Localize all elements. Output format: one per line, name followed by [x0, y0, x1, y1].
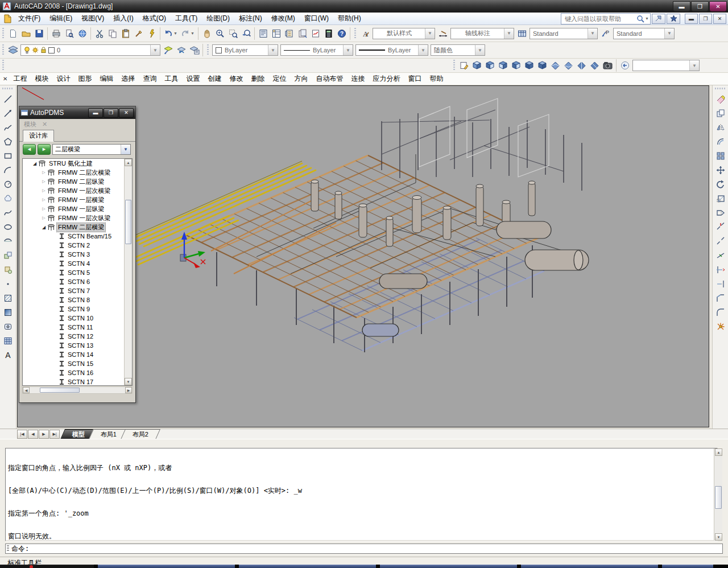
- layer-freeze-sun-icon[interactable]: [32, 47, 39, 53]
- tree-item[interactable]: SCTN 16: [23, 368, 132, 377]
- gradient-icon[interactable]: [2, 306, 15, 319]
- expander-icon[interactable]: ▷: [41, 197, 47, 202]
- menu-view[interactable]: 视图(V): [77, 13, 109, 24]
- plot-style-combo[interactable]: 随颜色▼: [431, 44, 485, 56]
- text-style-icon[interactable]: A: [358, 27, 371, 40]
- chevron-down-icon[interactable]: ▼: [418, 45, 428, 55]
- window-minimize-button[interactable]: ▬: [673, 1, 690, 12]
- layer-on-bulb-icon[interactable]: [24, 47, 30, 53]
- expander-icon[interactable]: ▷: [41, 170, 47, 175]
- tree-item[interactable]: SCTN 7: [23, 286, 132, 295]
- fillet-icon[interactable]: [714, 306, 727, 319]
- rectangle-icon[interactable]: [2, 149, 15, 162]
- scroll-right-icon[interactable]: ▶: [125, 387, 132, 393]
- menu-format[interactable]: 格式(O): [138, 13, 171, 24]
- palette-maximize-button[interactable]: ❐: [104, 108, 118, 118]
- scroll-up-icon[interactable]: ▲: [715, 448, 722, 456]
- tree-item[interactable]: ▷FRMW 二层次横梁: [23, 168, 132, 177]
- taskbar-button[interactable]: [380, 565, 517, 568]
- tree-item[interactable]: SCTN 17: [23, 377, 132, 386]
- pdms-menu-module[interactable]: 模块: [31, 73, 52, 85]
- tree-item[interactable]: SCTN 15: [23, 359, 132, 368]
- tree-item[interactable]: SCTN 10: [23, 314, 132, 323]
- pdms-menu-design[interactable]: 设计: [52, 73, 74, 85]
- dim-style-combo[interactable]: 轴线标注▼: [450, 28, 514, 39]
- scroll-thumb[interactable]: [125, 200, 131, 244]
- menu-tools[interactable]: 工具(T): [171, 13, 202, 24]
- window-restore-button[interactable]: ❐: [691, 1, 709, 12]
- copy-object-icon[interactable]: [714, 106, 727, 120]
- top-view-icon[interactable]: [470, 59, 483, 72]
- tree-item-selected[interactable]: ◢FRMW 二层横梁: [23, 223, 132, 232]
- tree-item[interactable]: ▷FRMW 一层次横梁: [23, 186, 132, 195]
- menu-dimension[interactable]: 标注(N): [234, 13, 267, 24]
- plot-icon[interactable]: [49, 27, 63, 40]
- help-icon[interactable]: ?: [335, 27, 348, 40]
- chamfer-icon[interactable]: [714, 291, 727, 304]
- tree-item[interactable]: SCTN 14: [23, 350, 132, 359]
- menu-modify[interactable]: 修改(M): [267, 13, 300, 24]
- command-input-line[interactable]: 命令:: [5, 544, 723, 554]
- rotate-icon[interactable]: [714, 178, 727, 191]
- tree-item[interactable]: SCTN 13: [23, 341, 132, 350]
- menu-edit[interactable]: 编辑(E): [45, 13, 77, 24]
- line-icon[interactable]: [2, 92, 15, 105]
- spline-icon[interactable]: [2, 206, 15, 219]
- pdms-menu-orientation[interactable]: 方向: [290, 73, 312, 85]
- camera-icon[interactable]: [601, 59, 614, 72]
- revision-cloud-icon[interactable]: [2, 192, 15, 205]
- menu-draw[interactable]: 绘图(D): [202, 13, 234, 24]
- help-search-input[interactable]: [564, 14, 635, 24]
- expander-icon[interactable]: ◢: [32, 161, 38, 166]
- command-history[interactable]: 指定窗口的角点，输入比例因子 (nX 或 nXP)，或者 [全部(A)/中心(C…: [5, 448, 718, 541]
- scale-icon[interactable]: [714, 192, 727, 205]
- toolbar-grip[interactable]: [2, 88, 14, 89]
- quickcalc-icon[interactable]: [322, 27, 335, 40]
- pdms-menu-project[interactable]: 工程: [9, 73, 31, 85]
- plot-preview-icon[interactable]: [63, 27, 76, 40]
- dim-style-icon[interactable]: [436, 27, 449, 40]
- new-icon[interactable]: [6, 27, 19, 40]
- expander-icon[interactable]: ◢: [41, 225, 47, 230]
- menu-file[interactable]: 文件(F): [14, 13, 45, 24]
- move-icon[interactable]: [714, 163, 727, 176]
- layer-properties-icon[interactable]: [6, 44, 19, 57]
- point-icon[interactable]: [2, 277, 15, 290]
- redo-icon[interactable]: ▼: [179, 27, 196, 40]
- multiline-text-icon[interactable]: A: [2, 348, 15, 361]
- linetype-combo[interactable]: ByLayer▼: [280, 44, 353, 56]
- tree-item[interactable]: ▷FRMW 一层纵梁: [23, 204, 132, 213]
- match-properties-icon[interactable]: [132, 27, 145, 40]
- sheet-set-manager-icon[interactable]: [296, 27, 309, 40]
- palette-menu-module[interactable]: 模块: [24, 120, 36, 129]
- menu-insert[interactable]: 插入(I): [109, 13, 138, 24]
- tree-item[interactable]: SCTN 9: [23, 304, 132, 314]
- tree-item[interactable]: SCTN Beam/15: [23, 232, 132, 241]
- tab-first-icon[interactable]: |◀: [17, 430, 27, 439]
- expander-icon[interactable]: ▷: [41, 207, 47, 211]
- tree-item[interactable]: SCTN 4: [23, 259, 132, 268]
- ellipse-icon[interactable]: [2, 220, 15, 233]
- scroll-thumb[interactable]: [715, 486, 722, 509]
- palette-title-bar[interactable]: AutoPDMS ▬ ❐ ✕: [19, 106, 135, 119]
- tree-item[interactable]: SCTN 6: [23, 277, 132, 286]
- toolbar-grip[interactable]: [2, 44, 4, 56]
- palette-minimize-button[interactable]: ▬: [88, 108, 103, 118]
- front-view-icon[interactable]: [523, 59, 536, 72]
- pdms-menu-edit[interactable]: 编辑: [96, 73, 117, 85]
- tree-item[interactable]: SCTN 3: [23, 250, 132, 259]
- open-icon[interactable]: [19, 27, 32, 40]
- expander-icon[interactable]: ▷: [41, 216, 47, 220]
- previous-view-back-icon[interactable]: [618, 59, 631, 72]
- pdms-menu-graphics[interactable]: 图形: [74, 73, 96, 85]
- nw-isometric-icon[interactable]: [588, 59, 601, 72]
- hatch-icon[interactable]: [2, 291, 15, 304]
- circle-icon[interactable]: [2, 178, 15, 191]
- text-style-combo[interactable]: 默认样式▼: [373, 28, 435, 39]
- properties-icon[interactable]: [257, 27, 270, 40]
- undo-icon[interactable]: ▼: [162, 27, 179, 40]
- toolbar-grip[interactable]: [207, 44, 209, 56]
- mleader-style-combo[interactable]: Standard▼: [613, 28, 675, 39]
- pdms-menu-window[interactable]: 窗口: [404, 73, 425, 85]
- construction-line-icon[interactable]: [2, 106, 15, 120]
